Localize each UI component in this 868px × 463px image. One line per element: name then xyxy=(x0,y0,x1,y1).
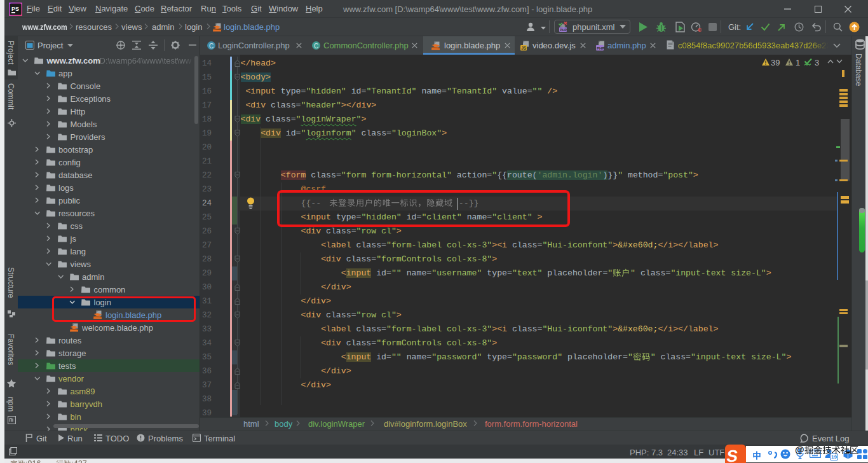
svg-text:PHP: PHP xyxy=(560,28,567,32)
svg-text:C: C xyxy=(314,43,318,50)
svg-text:JS: JS xyxy=(521,46,527,50)
svg-text:PS: PS xyxy=(11,6,19,12)
svg-text:PHP: PHP xyxy=(597,46,604,50)
svg-text:C: C xyxy=(209,43,214,50)
